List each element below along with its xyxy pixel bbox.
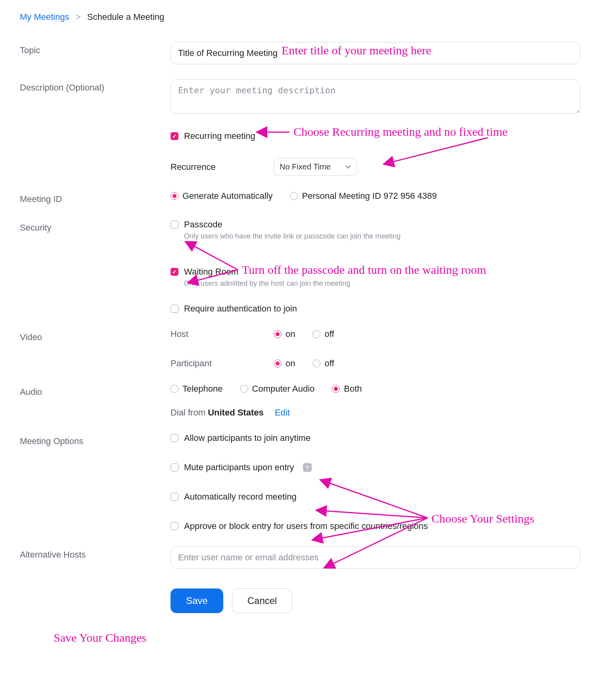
radio-icon: [240, 385, 248, 393]
breadcrumb-my-meetings[interactable]: My Meetings: [20, 12, 69, 22]
passcode-checkbox[interactable]: Passcode: [171, 219, 580, 230]
chevron-down-icon: [345, 164, 351, 170]
label-alt-hosts: Alternative Hosts: [20, 546, 171, 560]
cancel-button[interactable]: Cancel: [232, 588, 293, 613]
save-button[interactable]: Save: [171, 588, 223, 613]
video-participant-label: Participant: [171, 358, 274, 369]
breadcrumb: My Meetings > Schedule a Meeting: [20, 12, 580, 22]
video-host-label: Host: [171, 329, 274, 339]
label-security: Security: [20, 219, 171, 233]
radio-icon: [312, 360, 320, 367]
label-topic: Topic: [20, 42, 171, 56]
radio-personal-label: Personal Meeting ID 972 956 4389: [302, 191, 437, 201]
recurrence-select[interactable]: No Fixed Time: [274, 158, 357, 176]
recurring-meeting-label: Recurring meeting: [184, 131, 255, 141]
recurring-meeting-checkbox[interactable]: Recurring meeting: [171, 131, 580, 141]
radio-video-participant-off[interactable]: off: [312, 358, 334, 369]
checkbox-icon: [171, 434, 178, 442]
checkbox-icon: [171, 132, 178, 140]
require-auth-label: Require authentication to join: [184, 304, 297, 314]
dial-edit-link[interactable]: Edit: [275, 408, 290, 417]
require-auth-checkbox[interactable]: Require authentication to join: [171, 304, 580, 314]
annotation-save-hint: Save Your Changes: [54, 631, 146, 644]
waiting-room-hint: Only users admitted by the host can join…: [184, 279, 580, 288]
label-meeting-options: Meeting Options: [20, 433, 171, 446]
option-join-anytime[interactable]: Allow participants to join anytime: [171, 433, 580, 443]
label-meeting-id: Meeting ID: [20, 191, 171, 204]
option-join-anytime-label: Allow participants to join anytime: [184, 433, 311, 443]
video-on-label: on: [286, 329, 295, 339]
help-icon[interactable]: ?: [303, 463, 312, 472]
option-mute-on-entry[interactable]: Mute participants upon entry ?: [171, 462, 580, 473]
topic-input[interactable]: [171, 42, 580, 64]
radio-generate-automatically[interactable]: Generate Automatically: [171, 191, 272, 201]
audio-both-label: Both: [344, 384, 362, 394]
radio-generate-label: Generate Automatically: [182, 191, 272, 201]
description-input[interactable]: [171, 79, 580, 113]
waiting-room-checkbox[interactable]: Waiting Room: [171, 267, 580, 277]
radio-icon: [274, 330, 282, 338]
label-description: Description (Optional): [20, 79, 171, 93]
checkbox-icon: [171, 493, 178, 501]
video-off-label: off: [324, 358, 334, 369]
radio-audio-telephone[interactable]: Telephone: [171, 384, 223, 394]
checkbox-icon: [171, 463, 178, 471]
video-off-label: off: [324, 329, 334, 339]
passcode-label: Passcode: [184, 219, 222, 230]
waiting-room-label: Waiting Room: [184, 267, 238, 277]
radio-video-participant-on[interactable]: on: [274, 358, 295, 369]
recurrence-label: Recurrence: [171, 162, 274, 172]
option-mute-on-entry-label: Mute participants upon entry: [184, 462, 294, 473]
option-geo-block[interactable]: Approve or block entry for users from sp…: [171, 521, 580, 531]
option-auto-record[interactable]: Automatically record meeting: [171, 492, 580, 502]
radio-icon: [171, 192, 178, 200]
radio-audio-computer[interactable]: Computer Audio: [240, 384, 315, 394]
audio-telephone-label: Telephone: [182, 384, 223, 394]
audio-computer-label: Computer Audio: [252, 384, 315, 394]
checkbox-icon: [171, 268, 178, 276]
checkbox-icon: [171, 305, 178, 313]
radio-icon: [312, 330, 320, 338]
option-auto-record-label: Automatically record meeting: [184, 492, 297, 502]
video-on-label: on: [286, 358, 295, 369]
radio-video-host-off[interactable]: off: [312, 329, 334, 339]
radio-audio-both[interactable]: Both: [332, 384, 362, 394]
radio-icon: [274, 360, 282, 367]
radio-icon: [171, 385, 178, 393]
checkbox-icon: [171, 522, 178, 530]
dial-from-prefix: Dial from: [171, 408, 208, 417]
radio-icon: [290, 192, 298, 200]
radio-personal-meeting-id[interactable]: Personal Meeting ID 972 956 4389: [290, 191, 437, 201]
radio-video-host-on[interactable]: on: [274, 329, 295, 339]
dial-from-text: Dial from United States Edit: [171, 408, 580, 418]
alt-hosts-input[interactable]: [171, 546, 580, 569]
label-video: Video: [20, 329, 171, 342]
label-audio: Audio: [20, 384, 171, 397]
passcode-hint: Only users who have the invite link or p…: [184, 232, 580, 240]
option-geo-block-label: Approve or block entry for users from sp…: [184, 521, 428, 531]
breadcrumb-current: Schedule a Meeting: [87, 12, 164, 22]
breadcrumb-separator: >: [76, 12, 81, 22]
checkbox-icon: [171, 221, 178, 229]
dial-from-country: United States: [208, 408, 264, 417]
recurrence-value: No Fixed Time: [280, 162, 331, 171]
radio-icon: [332, 385, 340, 393]
